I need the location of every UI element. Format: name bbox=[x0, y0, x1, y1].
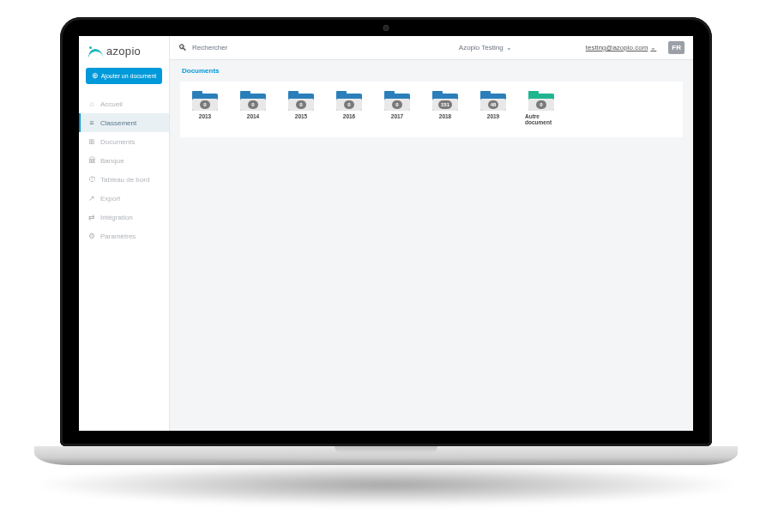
folder-icon: 0 bbox=[192, 94, 218, 111]
sidebar-item-label: Intégration bbox=[100, 214, 133, 221]
add-document-label: Ajouter un document bbox=[101, 73, 157, 79]
folder-label: 2019 bbox=[487, 113, 499, 119]
folder-icon: 0 bbox=[288, 94, 314, 111]
user-email-label: testing@azopio.com bbox=[586, 44, 648, 51]
sidebar-item-label: Export bbox=[100, 195, 120, 203]
account-switcher[interactable]: Azopio Testing ⌄ bbox=[459, 44, 512, 51]
logo-icon bbox=[87, 46, 103, 56]
sidebar-item-label: Accueil bbox=[100, 100, 123, 108]
sidebar-item-intégration[interactable]: ⇄Intégration bbox=[79, 208, 169, 227]
sidebar: azopio ⊕ Ajouter un document ⌂Accueil≡Cl… bbox=[79, 36, 170, 431]
sidebar-item-label: Banque bbox=[100, 157, 124, 165]
sidebar-item-export[interactable]: ↗Export bbox=[79, 189, 169, 208]
folder-label: 2015 bbox=[295, 113, 307, 119]
folder-grid: 020130201402015020160201715120184820190A… bbox=[180, 82, 683, 137]
search-input[interactable] bbox=[192, 44, 329, 51]
sidebar-item-label: Classement bbox=[100, 119, 136, 127]
add-document-button[interactable]: ⊕ Ajouter un document bbox=[86, 68, 162, 84]
folder-count-badge: 151 bbox=[438, 100, 452, 109]
language-badge[interactable]: FR bbox=[668, 41, 685, 54]
folder-icon: 151 bbox=[432, 94, 458, 111]
sidebar-item-classement[interactable]: ≡Classement bbox=[79, 113, 169, 132]
breadcrumb[interactable]: Documents bbox=[170, 60, 693, 78]
folder-2018[interactable]: 1512018 bbox=[429, 94, 461, 125]
folder-icon: 0 bbox=[240, 94, 266, 111]
main: 🔍︎ Azopio Testing ⌄ testing@azopio.com ⌄ bbox=[170, 36, 693, 431]
user-menu[interactable]: testing@azopio.com ⌄ bbox=[586, 44, 657, 51]
folder-icon: 0 bbox=[336, 94, 362, 111]
laptop-base bbox=[34, 446, 738, 465]
folder-label: 2017 bbox=[391, 113, 403, 119]
camera-dot bbox=[383, 25, 389, 31]
sidebar-item-banque[interactable]: 🏛Banque bbox=[79, 151, 169, 170]
folder-2016[interactable]: 02016 bbox=[333, 94, 365, 125]
folder-label: 2016 bbox=[343, 113, 355, 119]
folder-count-badge: 0 bbox=[392, 100, 402, 109]
folder-count-badge: 48 bbox=[488, 100, 499, 109]
folder-2015[interactable]: 02015 bbox=[285, 94, 317, 125]
gear-icon: ⚙ bbox=[87, 232, 96, 240]
sidebar-item-label: Documents bbox=[100, 138, 135, 146]
folder-2014[interactable]: 02014 bbox=[237, 94, 269, 125]
gauge-icon: ⏱ bbox=[87, 175, 96, 184]
folder-2019[interactable]: 482019 bbox=[477, 94, 510, 125]
folder-count-badge: 0 bbox=[296, 100, 306, 109]
logo-text: azopio bbox=[106, 45, 141, 57]
link-icon: ⇄ bbox=[87, 213, 96, 221]
plus-icon: ⊕ bbox=[92, 72, 99, 80]
folder-icon: 48 bbox=[480, 94, 506, 111]
sidebar-item-documents[interactable]: 🗎Documents bbox=[79, 132, 169, 151]
search-icon[interactable]: 🔍︎ bbox=[178, 43, 187, 52]
folder-2017[interactable]: 02017 bbox=[381, 94, 413, 125]
bank-icon: 🏛 bbox=[87, 156, 96, 165]
folder-2013[interactable]: 02013 bbox=[189, 94, 221, 125]
chevron-down-icon: ⌄ bbox=[650, 44, 656, 51]
account-name: Azopio Testing bbox=[459, 44, 504, 51]
folder-autre-document[interactable]: 0Autre document bbox=[525, 94, 558, 125]
folder-count-badge: 0 bbox=[536, 100, 546, 109]
sidebar-item-tableau-de-bord[interactable]: ⏱Tableau de bord bbox=[79, 170, 169, 189]
folder-icon: 0 bbox=[528, 94, 554, 111]
sidebar-item-label: Tableau de bord bbox=[100, 176, 149, 184]
folder-icon: 0 bbox=[384, 94, 410, 111]
screen-bezel: azopio ⊕ Ajouter un document ⌂Accueil≡Cl… bbox=[60, 17, 712, 446]
folder-label: 2014 bbox=[247, 113, 259, 119]
logo: azopio bbox=[79, 36, 169, 64]
file-icon: 🗎 bbox=[87, 137, 96, 146]
nav: ⌂Accueil≡Classement🗎Documents🏛Banque⏱Tab… bbox=[79, 91, 169, 245]
sidebar-item-label: Paramètres bbox=[100, 233, 136, 240]
folder-label: 2013 bbox=[199, 113, 211, 119]
topbar: 🔍︎ Azopio Testing ⌄ testing@azopio.com ⌄ bbox=[170, 36, 693, 60]
home-icon: ⌂ bbox=[87, 100, 96, 108]
chevron-down-icon: ⌄ bbox=[506, 44, 512, 51]
export-icon: ↗ bbox=[87, 194, 96, 203]
folder-count-badge: 0 bbox=[200, 100, 210, 109]
folder-count-badge: 0 bbox=[248, 100, 258, 109]
folder-count-badge: 0 bbox=[344, 100, 354, 109]
folder-label: Autre document bbox=[525, 113, 558, 125]
sidebar-item-paramètres[interactable]: ⚙Paramètres bbox=[79, 227, 169, 245]
folder-label: 2018 bbox=[439, 113, 451, 119]
list-icon: ≡ bbox=[87, 118, 96, 127]
laptop-mockup: azopio ⊕ Ajouter un document ⌂Accueil≡Cl… bbox=[60, 17, 712, 465]
sidebar-item-accueil[interactable]: ⌂Accueil bbox=[79, 94, 169, 113]
app-viewport: azopio ⊕ Ajouter un document ⌂Accueil≡Cl… bbox=[79, 36, 693, 431]
laptop-shadow bbox=[30, 463, 742, 506]
